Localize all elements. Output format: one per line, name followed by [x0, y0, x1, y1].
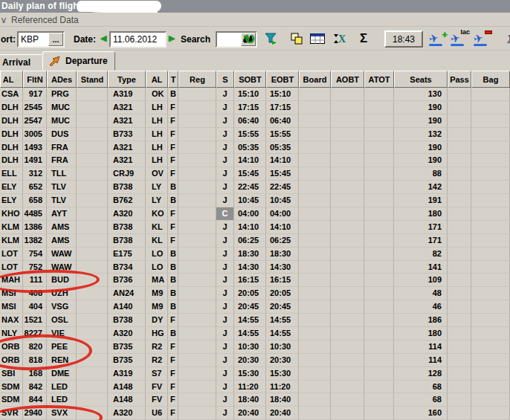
cell-bag-16[interactable]: [471, 194, 510, 207]
cell-reg-7[interactable]: [178, 407, 216, 420]
cell-board-11[interactable]: [299, 154, 331, 167]
cell-eobt-10[interactable]: 14:55: [266, 327, 299, 340]
flight-row-ORB-820[interactable]: ORB820PEEB735R2FJ10:3010:30114: [0, 340, 510, 354]
cell-pass-15[interactable]: [448, 114, 471, 128]
column-header-t-6[interactable]: T: [168, 71, 178, 88]
cell-reg-7[interactable]: [178, 234, 216, 248]
cell-atot-13[interactable]: [364, 88, 394, 101]
flight-row-CSA-917[interactable]: CSA917PRGA319OKBJ15:1015:10130: [0, 88, 510, 101]
cell-board-11[interactable]: [299, 234, 331, 248]
cell-atot-13[interactable]: [364, 114, 394, 128]
cell-t-6[interactable]: F: [168, 207, 178, 221]
copy-icon[interactable]: [288, 31, 306, 46]
cell-fltn-1[interactable]: 1521: [23, 314, 47, 327]
cell-atot-13[interactable]: [364, 300, 394, 314]
cell-atot-13[interactable]: [364, 314, 394, 327]
cell-eobt-10[interactable]: 04:00: [266, 207, 299, 221]
cell-ades-2[interactable]: TLV: [47, 181, 77, 194]
cell-aobt-12[interactable]: [331, 101, 364, 114]
flight-row-SBI-168[interactable]: SBI168DMEA319S7FJ15:3015:30128: [0, 367, 510, 381]
cell-type-4[interactable]: B735: [108, 354, 146, 367]
cell-type-4[interactable]: A148: [108, 381, 146, 394]
cell-board-11[interactable]: [299, 327, 331, 340]
cell-sobt-9[interactable]: 05:35: [234, 141, 266, 155]
cell-type-4[interactable]: B736: [108, 274, 146, 287]
cell-seats-14[interactable]: 190: [394, 141, 448, 155]
cell-al-5[interactable]: MA: [146, 274, 168, 287]
cell-pass-15[interactable]: [448, 287, 471, 300]
cell-s-8[interactable]: J: [216, 314, 234, 327]
cell-al-5[interactable]: KL: [146, 221, 168, 234]
cell-fltn-1[interactable]: 652: [23, 181, 47, 194]
cell-eobt-10[interactable]: 22:45: [266, 181, 299, 194]
cell-reg-7[interactable]: [178, 88, 216, 101]
cell-reg-7[interactable]: [178, 340, 216, 354]
airport-combobox[interactable]: KBP ...: [17, 31, 65, 48]
cell-s-8[interactable]: J: [216, 141, 234, 155]
cell-seats-14[interactable]: 186: [394, 314, 448, 327]
cell-s-8[interactable]: J: [216, 194, 234, 207]
cell-seats-14[interactable]: 171: [394, 234, 448, 248]
cell-s-8[interactable]: J: [216, 234, 234, 248]
cell-pass-15[interactable]: [448, 167, 471, 181]
cell-fltn-1[interactable]: 312: [23, 167, 47, 181]
flight-row-LOT-752[interactable]: LOT752WAWB734LOBJ14:3014:30141: [0, 261, 510, 274]
cell-stand-3[interactable]: [77, 141, 108, 155]
cell-eobt-10[interactable]: 15:45: [266, 167, 299, 181]
cell-pass-15[interactable]: [448, 327, 471, 340]
cell-al-5[interactable]: LY: [146, 194, 168, 207]
cell-aobt-12[interactable]: [331, 287, 364, 300]
cell-sobt-9[interactable]: 17:15: [234, 101, 266, 114]
add-flight-plane-icon[interactable]: ✈+: [429, 31, 447, 46]
flight-row-ORB-818[interactable]: ORB818RENB735R2FJ20:3020:30114: [0, 354, 510, 367]
cell-board-11[interactable]: [299, 141, 331, 155]
cell-al-0[interactable]: ELY: [0, 194, 23, 207]
cell-board-11[interactable]: [299, 248, 331, 261]
cell-atot-13[interactable]: [364, 221, 394, 234]
cell-sobt-9[interactable]: 16:15: [234, 274, 266, 287]
cell-eobt-10[interactable]: 14:10: [266, 154, 299, 167]
cell-atot-13[interactable]: [364, 367, 394, 381]
cell-eobt-10[interactable]: 14:55: [266, 314, 299, 327]
cell-eobt-10[interactable]: 10:30: [266, 340, 299, 354]
column-header-al-5[interactable]: AL: [146, 71, 168, 88]
cell-s-8[interactable]: J: [216, 407, 234, 420]
cell-eobt-10[interactable]: 18:40: [266, 393, 299, 407]
column-header-bag-16[interactable]: Bag: [471, 71, 510, 88]
cell-seats-14[interactable]: 190: [394, 154, 448, 167]
cell-al-0[interactable]: SDM: [0, 393, 23, 407]
cell-aobt-12[interactable]: [331, 128, 364, 141]
cell-board-11[interactable]: [299, 167, 331, 181]
cell-al-5[interactable]: KO: [146, 207, 168, 221]
cell-s-8[interactable]: J: [216, 221, 234, 234]
cell-t-6[interactable]: F: [168, 221, 178, 234]
date-next-icon[interactable]: ▶: [169, 33, 175, 43]
column-header-al-0[interactable]: AL△: [0, 71, 23, 88]
cell-reg-7[interactable]: [178, 167, 216, 181]
cell-t-6[interactable]: F: [168, 367, 178, 381]
cell-seats-14[interactable]: 191: [394, 194, 448, 207]
cell-s-8[interactable]: J: [216, 154, 234, 167]
cell-type-4[interactable]: B734: [108, 261, 146, 274]
cell-al-0[interactable]: SBI: [0, 367, 23, 381]
cell-t-6[interactable]: F: [168, 407, 178, 420]
cell-reg-7[interactable]: [178, 141, 216, 155]
cell-bag-16[interactable]: [471, 154, 510, 167]
cell-al-0[interactable]: DLH: [0, 154, 23, 167]
cell-pass-15[interactable]: [448, 261, 471, 274]
cell-type-4[interactable]: B735: [108, 340, 146, 354]
cell-atot-13[interactable]: [364, 393, 394, 407]
cell-eobt-10[interactable]: 15:30: [266, 367, 299, 381]
cell-stand-3[interactable]: [77, 88, 108, 101]
flight-row-KLM-1386[interactable]: KLM1386AMSB738KLFJ14:1014:10171: [0, 221, 510, 234]
cell-stand-3[interactable]: [77, 261, 108, 274]
cell-al-0[interactable]: MSI: [0, 300, 23, 314]
cell-reg-7[interactable]: [178, 393, 216, 407]
cell-al-0[interactable]: SVR: [0, 407, 23, 420]
cell-al-0[interactable]: KHO: [0, 207, 23, 221]
cell-t-6[interactable]: B: [168, 88, 178, 101]
flight-row-SDM-844[interactable]: SDM844LEDA148FVFJ18:4018:4068: [0, 393, 510, 407]
cell-s-8[interactable]: J: [216, 393, 234, 407]
cell-t-6[interactable]: B: [168, 300, 178, 314]
cell-pass-15[interactable]: [448, 274, 471, 287]
